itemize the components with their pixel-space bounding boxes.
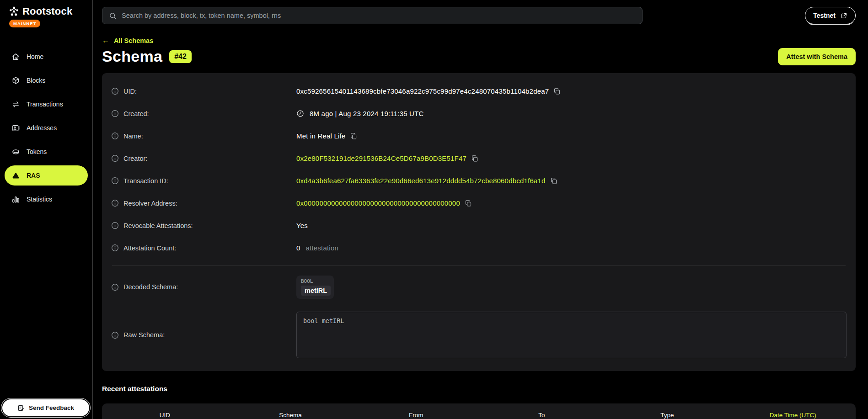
attestation-count-label: Attestation Count: <box>123 244 176 252</box>
sidebar-item-label: Addresses <box>27 124 57 132</box>
info-icon[interactable] <box>111 132 119 140</box>
raw-schema-label: Raw Schema: <box>123 331 165 339</box>
back-arrow-icon: ← <box>102 37 109 45</box>
column-header-from: From <box>353 412 479 419</box>
search-bar <box>102 7 643 24</box>
blocks-icon <box>11 76 20 85</box>
external-link-icon <box>841 12 847 19</box>
copy-icon[interactable] <box>550 177 557 185</box>
breadcrumb-label: All Schemas <box>114 37 153 44</box>
revocable-value: Yes <box>296 222 308 229</box>
copy-icon[interactable] <box>350 133 357 140</box>
sidebar-item-label: Statistics <box>27 196 52 203</box>
sidebar-item-label: Blocks <box>27 77 45 84</box>
topbar: Testnet <box>102 7 856 24</box>
created-label: Created: <box>123 110 149 117</box>
sidebar-item-transactions[interactable]: Transactions <box>5 94 88 114</box>
column-header-to: To <box>479 412 605 419</box>
home-icon <box>11 53 20 61</box>
column-header-type: Type <box>605 412 730 419</box>
detail-row-uid: UID: 0xc59265615401143689cbfe73046a922c9… <box>111 80 847 102</box>
transaction-id-label: Transaction ID: <box>123 177 168 185</box>
info-icon[interactable] <box>111 110 119 117</box>
detail-row-decoded-schema: Decoded Schema: BOOL metIRL <box>111 272 847 302</box>
creator-label: Creator: <box>123 155 147 162</box>
schema-details-card: UID: 0xc59265615401143689cbfe73046a922c9… <box>102 73 856 371</box>
info-icon[interactable] <box>111 199 119 207</box>
sidebar-item-label: Transactions <box>27 101 63 108</box>
transactions-icon <box>11 100 20 109</box>
attestation-count-value: 0 <box>296 244 300 252</box>
resolver-address-label: Resolver Address: <box>123 200 177 207</box>
info-icon[interactable] <box>111 154 119 162</box>
attest-with-schema-button[interactable]: Attest with Schema <box>778 48 856 65</box>
transaction-id-link[interactable]: 0xd4a3b6fea627fa63363fe22e90d66ed613e912… <box>296 177 546 185</box>
detail-row-attestation-count: Attestation Count: 0 attestation <box>111 237 847 259</box>
sidebar: Rootstock MAINNET Home Blocks Transacti <box>0 0 93 419</box>
column-header-datetime[interactable]: Date Time (UTC) <box>730 412 856 419</box>
decoded-schema-type: BOOL <box>301 278 331 284</box>
schema-number-badge: #42 <box>169 50 192 63</box>
feedback-icon <box>17 404 25 412</box>
search-icon <box>109 12 117 20</box>
creator-address-link[interactable]: 0x2e80F532191de291536B24Ce5D67a9B0D3E51F… <box>296 154 466 162</box>
rootstock-logo-icon <box>8 6 20 17</box>
detail-row-created: Created: 8M ago | Aug 23 2024 19:11:35 U… <box>111 102 847 125</box>
detail-row-revocable: Revocable Attestations: Yes <box>111 214 847 237</box>
card-divider <box>112 265 846 266</box>
sidebar-item-home[interactable]: Home <box>5 47 88 67</box>
uid-value: 0xc59265615401143689cbfe73046a922c975c99… <box>296 87 549 95</box>
detail-row-creator: Creator: 0x2e80F532191de291536B24Ce5D67a… <box>111 147 847 170</box>
sidebar-item-statistics[interactable]: Statistics <box>5 189 88 209</box>
feedback-button-label: Send Feedback <box>29 404 74 411</box>
info-icon[interactable] <box>111 222 119 229</box>
revocable-label: Revocable Attestations: <box>123 222 193 229</box>
sidebar-item-ras[interactable]: RAS <box>5 165 88 186</box>
decoded-schema-field: metIRL <box>301 286 331 296</box>
resolver-address-link[interactable]: 0x00000000000000000000000000000000000000… <box>296 199 460 207</box>
brand-name: Rootstock <box>22 5 72 17</box>
search-input[interactable] <box>122 12 636 19</box>
testnet-label: Testnet <box>813 12 836 19</box>
detail-row-transaction-id: Transaction ID: 0xd4a3b6fea627fa63363fe2… <box>111 170 847 192</box>
decoded-schema-label: Decoded Schema: <box>123 283 178 291</box>
sidebar-item-addresses[interactable]: Addresses <box>5 118 88 138</box>
detail-row-raw-schema: Raw Schema: bool metIRL <box>111 312 847 358</box>
testnet-switch-button[interactable]: Testnet <box>805 7 856 24</box>
ras-icon <box>11 171 20 180</box>
attestation-count-unit: attestation <box>306 244 338 252</box>
attestations-table: UID Schema From To Type Date Time (UTC) <box>102 403 856 419</box>
send-feedback-button[interactable]: Send Feedback <box>2 399 89 416</box>
info-icon[interactable] <box>111 244 119 252</box>
name-label: Name: <box>123 133 143 140</box>
sidebar-item-tokens[interactable]: Tokens <box>5 142 88 162</box>
copy-icon[interactable] <box>465 200 472 207</box>
clock-icon <box>296 110 304 117</box>
info-icon[interactable] <box>111 87 119 95</box>
name-value: Met in Real Life <box>296 132 345 140</box>
breadcrumb-all-schemas[interactable]: ← All Schemas <box>102 37 856 45</box>
statistics-icon <box>11 195 20 204</box>
sidebar-item-label: Home <box>27 53 43 60</box>
copy-icon[interactable] <box>553 88 561 95</box>
brand-logo[interactable]: Rootstock MAINNET <box>0 0 92 27</box>
created-value: 8M ago | Aug 23 2024 19:11:35 UTC <box>310 110 424 117</box>
sidebar-item-blocks[interactable]: Blocks <box>5 70 88 90</box>
page-title: Schema <box>102 48 162 65</box>
column-header-schema: Schema <box>228 412 354 419</box>
raw-schema-textarea[interactable]: bool metIRL <box>296 312 847 358</box>
network-badge: MAINNET <box>9 20 40 27</box>
attestations-table-header: UID Schema From To Type Date Time (UTC) <box>102 403 856 419</box>
title-row: Schema #42 Attest with Schema <box>102 48 856 65</box>
info-icon[interactable] <box>111 331 119 339</box>
recent-attestations-heading: Recent attestations <box>102 385 856 393</box>
copy-icon[interactable] <box>471 155 478 162</box>
decoded-schema-chip: BOOL metIRL <box>296 276 334 299</box>
detail-row-resolver-address: Resolver Address: 0x00000000000000000000… <box>111 192 847 214</box>
main-content: Testnet ← All Schemas Schema #42 Attest … <box>93 0 868 419</box>
uid-label: UID: <box>123 88 137 95</box>
info-icon[interactable] <box>111 283 119 291</box>
info-icon[interactable] <box>111 177 119 185</box>
column-header-uid: UID <box>102 412 228 419</box>
sidebar-nav: Home Blocks Transactions Addresses <box>0 47 92 209</box>
